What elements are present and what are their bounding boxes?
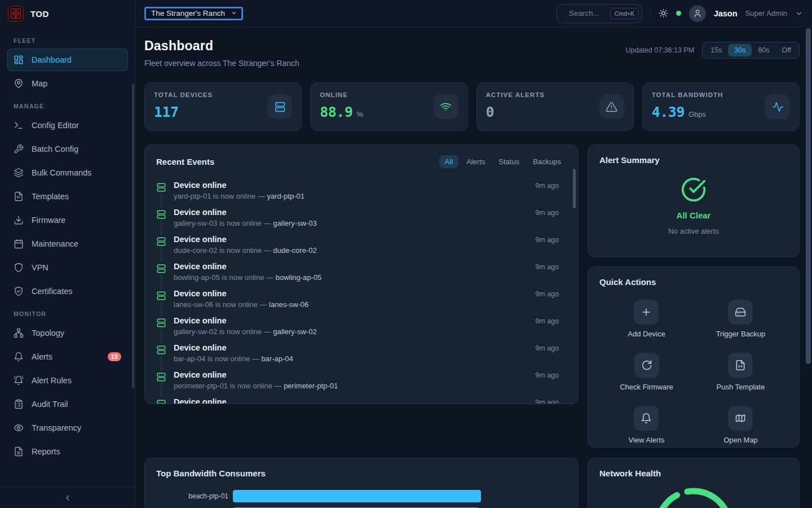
- sidebar-item-dashboard[interactable]: Dashboard: [7, 49, 128, 71]
- add-device-button[interactable]: Add Device: [628, 300, 665, 338]
- nav-section-monitor: MONITOR: [7, 310, 128, 317]
- refresh-30s-button[interactable]: 30s: [728, 44, 752, 56]
- sidebar-item-bulk-commands[interactable]: Bulk Commands: [7, 161, 128, 184]
- event-list-item[interactable]: Device online9m agoperimeter-ptp-01 is n…: [156, 367, 567, 394]
- sidebar-item-label: Bulk Commands: [32, 168, 91, 177]
- check-firmware-button[interactable]: Check Firmware: [620, 353, 673, 391]
- refresh-icon: [641, 360, 652, 371]
- sidebar-item-config-editor[interactable]: Config Editor: [7, 114, 128, 137]
- quick-action-label: Check Firmware: [620, 383, 673, 391]
- theme-toggle-button[interactable]: [659, 8, 668, 18]
- sidebar-item-maintenance[interactable]: Maintenance: [7, 233, 128, 255]
- sidebar-item-vpn[interactable]: VPN: [7, 256, 128, 279]
- sidebar-item-audit-trail[interactable]: Audit Trail: [7, 393, 128, 415]
- shield-icon: [14, 262, 24, 273]
- dashboard-icon: [14, 55, 24, 65]
- refresh-60s-button[interactable]: 60s: [752, 44, 775, 56]
- calendar-icon: [14, 239, 24, 249]
- tab-all[interactable]: All: [439, 155, 458, 168]
- stat-card-online: ONLINE 88.9 %: [310, 82, 467, 131]
- bell-ring-icon: [14, 375, 24, 386]
- site-selector[interactable]: The Stranger's Ranch: [144, 7, 243, 20]
- event-time: 9m ago: [535, 317, 567, 325]
- event-title: Device online: [174, 289, 226, 298]
- stat-label: TOTAL BANDWIDTH: [652, 91, 723, 98]
- event-list-item[interactable]: Device online9m agobowling-ap-05 is now …: [156, 259, 567, 286]
- search-input-box[interactable]: Cmd+K: [557, 4, 642, 23]
- sidebar-collapse-button[interactable]: [58, 490, 78, 506]
- open-map-button[interactable]: Open Map: [723, 406, 758, 444]
- bandwidth-bar-track: [233, 490, 567, 502]
- quick-action-label: Push Template: [717, 383, 765, 391]
- refresh-15s-button[interactable]: 15s: [704, 44, 728, 56]
- network-health-gauge: 88: [599, 485, 788, 508]
- search-shortcut-kbd: Cmd+K: [610, 8, 639, 19]
- download-icon: [14, 215, 24, 225]
- search-input[interactable]: [569, 9, 605, 17]
- app-title: TOD: [30, 9, 49, 19]
- alert-summary-title: Alert Summary: [599, 155, 788, 165]
- quick-action-label: Open Map: [723, 436, 758, 444]
- event-time: 9m ago: [535, 290, 567, 298]
- bandwidth-bars: beach-ptp-01bar-ap-02: [156, 490, 567, 508]
- quick-action-label: Trigger Backup: [716, 330, 766, 338]
- sidebar-scrollbar[interactable]: [132, 84, 134, 388]
- sidebar-item-label: Audit Trail: [32, 400, 68, 409]
- map-icon: [735, 413, 746, 424]
- stat-card-total-bandwidth: TOTAL BANDWIDTH 4.39 Gbps: [642, 82, 800, 131]
- view-alerts-button[interactable]: View Alerts: [628, 406, 664, 444]
- event-list-item[interactable]: Device online9m agoyard-ptp-01 is now on…: [156, 177, 567, 204]
- event-message: gallery-sw-02 is now online — gallery-sw…: [174, 327, 567, 336]
- stat-label: ONLINE: [320, 91, 363, 98]
- file-code-icon: [735, 360, 746, 371]
- user-menu-chevron-icon[interactable]: [795, 10, 803, 17]
- sidebar-item-label: Dashboard: [32, 55, 72, 64]
- main-scrollbar[interactable]: [806, 28, 811, 364]
- tab-status[interactable]: Status: [493, 155, 525, 168]
- sun-icon: [659, 8, 668, 18]
- bandwidth-bar-row: beach-ptp-01: [156, 490, 567, 502]
- hard-drive-icon: [735, 306, 746, 318]
- sidebar-item-firmware[interactable]: Firmware: [7, 209, 128, 231]
- tab-alerts[interactable]: Alerts: [461, 155, 491, 168]
- site-selector-value: The Stranger's Ranch: [151, 9, 225, 17]
- sidebar-item-topology[interactable]: Topology: [7, 322, 128, 344]
- event-list-item[interactable]: Device online9m agogallery-sw-03 is now …: [156, 204, 567, 231]
- sidebar-item-alerts[interactable]: Alerts 13: [7, 345, 128, 368]
- sidebar-item-certificates[interactable]: Certificates: [7, 280, 128, 303]
- event-list-item[interactable]: Device online9m agogallery-sw-02 is now …: [156, 313, 567, 340]
- quick-action-label: View Alerts: [628, 436, 664, 444]
- event-list-item[interactable]: Device online9m agodude-core-02 is now o…: [156, 231, 567, 259]
- server-icon: [274, 101, 286, 113]
- stat-unit: %: [356, 110, 363, 119]
- tab-backups[interactable]: Backups: [527, 155, 567, 168]
- event-time: 9m ago: [535, 209, 567, 217]
- sidebar-item-map[interactable]: Map: [7, 72, 128, 95]
- event-list-item[interactable]: Device online9m agobar-ap-04 is now onli…: [156, 340, 567, 367]
- page-subtitle: Fleet overview across The Stranger's Ran…: [144, 59, 299, 68]
- event-title: Device online: [174, 208, 226, 217]
- shield-check-icon: [14, 286, 24, 296]
- sidebar-item-alert-rules[interactable]: Alert Rules: [7, 369, 128, 392]
- event-list-item[interactable]: Device online9m ago: [156, 394, 567, 404]
- sidebar-item-templates[interactable]: Templates: [7, 185, 128, 208]
- network-icon: [14, 328, 24, 338]
- topbar: The Stranger's Ranch Cmd+K Jason Super A…: [135, 0, 812, 27]
- sidebar-item-label: Reports: [32, 447, 60, 456]
- sidebar-item-label: Batch Config: [32, 144, 78, 154]
- events-scrollbar[interactable]: [573, 169, 576, 208]
- updated-timestamp: Updated 07:36:13 PM: [625, 46, 694, 54]
- trigger-backup-button[interactable]: Trigger Backup: [716, 300, 766, 338]
- event-title: Device online: [174, 262, 226, 271]
- event-time: 9m ago: [535, 344, 567, 352]
- avatar[interactable]: [689, 5, 706, 22]
- file-text-icon: [14, 446, 24, 457]
- sidebar-item-transparency[interactable]: Transparency: [7, 417, 128, 439]
- events-list: Device online9m agoyard-ptp-01 is now on…: [156, 177, 567, 404]
- refresh-off-button[interactable]: Off: [776, 44, 797, 56]
- push-template-button[interactable]: Push Template: [717, 353, 765, 391]
- quick-actions-title: Quick Actions: [599, 277, 656, 287]
- event-list-item[interactable]: Device online9m agolanes-sw-06 is now on…: [156, 286, 567, 313]
- sidebar-item-batch-config[interactable]: Batch Config: [7, 138, 128, 160]
- sidebar-item-reports[interactable]: Reports: [7, 440, 128, 463]
